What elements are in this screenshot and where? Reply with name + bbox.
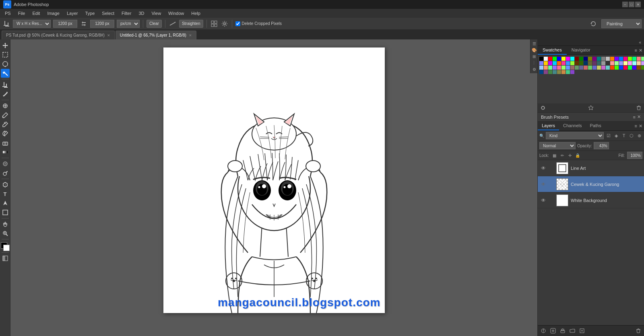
swatch[interactable] <box>623 57 627 61</box>
swatch[interactable] <box>606 57 610 61</box>
swatch[interactable] <box>632 66 636 70</box>
heal-tool[interactable] <box>1 101 10 110</box>
swatch[interactable] <box>632 61 636 65</box>
grid-icon[interactable] <box>210 20 218 28</box>
layer-white-bg[interactable]: 👁 White Background <box>538 192 644 208</box>
lock-pixels-btn[interactable]: ✏ <box>559 152 566 159</box>
swatch[interactable] <box>561 70 566 74</box>
swatch[interactable] <box>553 57 557 61</box>
swatch[interactable] <box>570 66 574 70</box>
swatch[interactable] <box>548 61 552 65</box>
collapse-icon[interactable]: « <box>638 40 642 45</box>
add-style-button[interactable]: f <box>539 327 547 335</box>
delete-cropped-checkbox[interactable] <box>235 21 240 26</box>
swatch[interactable] <box>557 61 561 65</box>
swatch[interactable] <box>566 70 570 74</box>
swatch[interactable] <box>592 66 597 70</box>
swatch[interactable] <box>557 70 561 74</box>
menu-window[interactable]: Window <box>165 10 187 16</box>
side-icon-2[interactable]: 🎨 <box>531 47 537 53</box>
swatch[interactable] <box>619 66 623 70</box>
swatch[interactable] <box>548 57 552 61</box>
layer-eye-white-bg[interactable]: 👁 <box>540 197 547 204</box>
side-icon-4[interactable]: ⚙ <box>531 66 537 72</box>
panel-tool-1[interactable] <box>539 104 547 111</box>
color-indicator[interactable] <box>1 242 10 251</box>
swatch[interactable] <box>628 61 632 65</box>
swatch[interactable] <box>588 57 592 61</box>
swatch[interactable] <box>544 61 548 65</box>
filter-adjust-btn[interactable]: ◈ <box>613 132 619 139</box>
swatch[interactable] <box>548 66 552 70</box>
swatch[interactable] <box>553 61 557 65</box>
swatch[interactable] <box>588 61 592 65</box>
menu-filter[interactable]: Filter <box>118 10 134 16</box>
menu-view[interactable]: View <box>148 10 164 16</box>
panel-tool-2[interactable] <box>587 104 594 111</box>
panel-close-icon[interactable]: ✕ <box>639 48 642 53</box>
paths-tab[interactable]: Paths <box>586 122 605 130</box>
swatch[interactable] <box>610 57 614 61</box>
menu-help[interactable]: Help <box>188 10 204 16</box>
swatch[interactable] <box>597 61 601 65</box>
swatch[interactable] <box>641 66 644 70</box>
lock-transparent-btn[interactable]: ▦ <box>551 152 558 159</box>
filter-type-btn[interactable]: T <box>621 132 627 139</box>
swatch[interactable] <box>628 57 632 61</box>
swatch[interactable] <box>615 61 619 65</box>
swatch[interactable] <box>601 57 605 61</box>
lock-all-btn[interactable]: 🔒 <box>574 152 581 159</box>
layer-line-art[interactable]: 👁 Line Art <box>538 160 644 176</box>
menu-layer[interactable]: Layer <box>64 10 81 16</box>
swatch[interactable] <box>579 66 583 70</box>
swatch[interactable] <box>544 66 548 70</box>
history-brush-tool[interactable] <box>1 129 10 138</box>
swatch[interactable] <box>575 61 579 65</box>
layers-menu-icon[interactable]: ≡ <box>635 124 637 128</box>
swatch[interactable] <box>570 57 574 61</box>
menu-ps[interactable]: PS <box>2 10 14 16</box>
swatch[interactable] <box>641 57 644 61</box>
swatch[interactable] <box>597 57 601 61</box>
swatch[interactable] <box>566 61 570 65</box>
add-adjustment-button[interactable] <box>559 327 567 335</box>
swatch[interactable] <box>575 66 579 70</box>
close-button[interactable]: ✕ <box>635 2 641 7</box>
swatch[interactable] <box>566 66 570 70</box>
restore-button[interactable]: □ <box>629 2 634 7</box>
swatch[interactable] <box>623 61 627 65</box>
navigator-tab[interactable]: Navigator <box>567 46 595 55</box>
pen-tool[interactable] <box>1 180 10 189</box>
eyedropper-tool[interactable] <box>1 90 10 99</box>
side-icon-3[interactable]: ⊞ <box>531 54 537 59</box>
eraser-tool[interactable] <box>1 138 10 147</box>
swatch[interactable] <box>570 70 574 74</box>
delete-layer-button[interactable] <box>634 327 642 335</box>
tab-untitled[interactable]: Untitled-1 @ 66,7% (Layer 1, RGB/8) ✕ <box>116 31 196 39</box>
lasso-tool[interactable] <box>1 60 10 68</box>
swatch[interactable] <box>539 70 543 74</box>
swatch[interactable] <box>544 70 548 74</box>
menu-edit[interactable]: Edit <box>29 10 43 16</box>
straighten-button[interactable]: Straighten <box>179 20 203 28</box>
height-input[interactable] <box>90 20 114 28</box>
swatch[interactable] <box>584 66 588 70</box>
quick-mask-tool[interactable] <box>1 254 10 263</box>
blend-mode-dropdown[interactable]: Normal Multiply Screen Overlay <box>539 142 576 149</box>
swatch[interactable] <box>606 66 610 70</box>
side-icon-1[interactable]: ☰ <box>531 41 537 46</box>
settings-icon[interactable] <box>221 20 229 28</box>
reset-icon[interactable] <box>589 20 597 28</box>
layers-close-icon[interactable]: ✕ <box>639 124 642 129</box>
swatch[interactable] <box>601 66 605 70</box>
crop-tool[interactable] <box>1 80 10 89</box>
swatch[interactable] <box>637 66 641 70</box>
type-tool[interactable]: T <box>1 190 10 198</box>
swatch[interactable] <box>641 61 644 65</box>
tab-close-2[interactable]: ✕ <box>189 33 192 37</box>
swatch[interactable] <box>539 57 543 61</box>
menu-file[interactable]: File <box>15 10 29 16</box>
hand-tool[interactable] <box>1 220 10 229</box>
unit-dropdown[interactable]: px/cm <box>117 20 140 28</box>
swatch[interactable] <box>548 70 552 74</box>
